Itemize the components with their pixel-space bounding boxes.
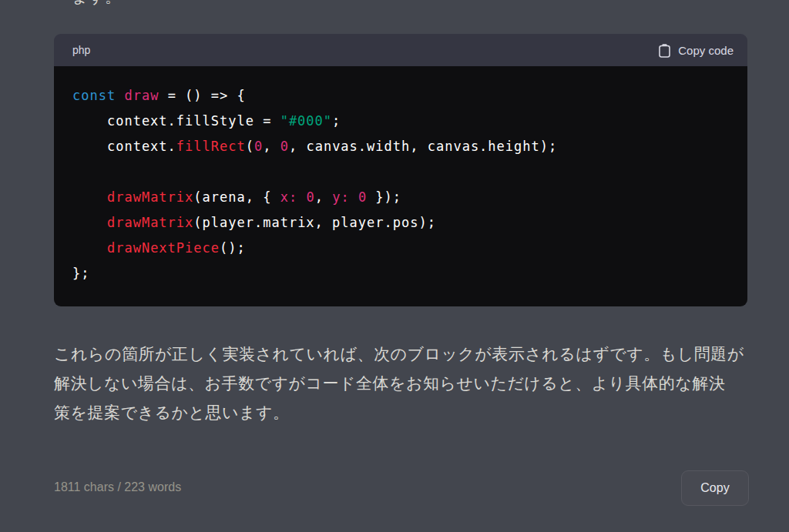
code-token xyxy=(72,215,107,230)
code-line: context.fillStyle = "#000"; xyxy=(72,109,729,134)
paragraph-line: これらの箇所が正しく実装されていれば、次のブロックが表示されるはずです。もし問題… xyxy=(54,340,755,369)
char-word-counter: 1811 chars / 223 words xyxy=(54,480,181,494)
page: ます。 php Copy code const draw = () => { c… xyxy=(0,0,789,532)
code-token: 0 xyxy=(306,189,314,205)
code-line: }; xyxy=(72,261,729,286)
code-token xyxy=(297,189,306,205)
copy-button-label: Copy xyxy=(700,481,729,495)
code-token: (player.matrix, player.pos); xyxy=(193,215,436,230)
code-token: ( xyxy=(246,139,254,154)
code-token: , xyxy=(263,139,280,154)
code-line: drawNextPiece(); xyxy=(72,236,729,261)
code-token: drawMatrix xyxy=(107,189,193,205)
code-token: = () => { xyxy=(159,88,245,103)
copy-code-button[interactable]: Copy code xyxy=(658,43,734,58)
code-token: 0 xyxy=(280,139,289,154)
paragraph-line: 策を提案できるかと思います。 xyxy=(54,398,755,427)
code-token xyxy=(72,240,107,256)
code-token: , xyxy=(315,189,332,205)
code-token: const xyxy=(72,88,116,103)
code-token xyxy=(350,189,358,205)
code-block-header: php Copy code xyxy=(54,34,747,66)
code-token: drawMatrix xyxy=(107,215,193,230)
code-token xyxy=(116,88,124,103)
code-line: const draw = () => { xyxy=(72,83,729,109)
code-content: const draw = () => { context.fillStyle =… xyxy=(72,83,729,286)
code-token: y: xyxy=(332,189,349,205)
code-token xyxy=(72,189,107,205)
code-token: fillRect xyxy=(176,139,246,154)
paragraph-line: 解決しない場合は、お手数ですがコード全体をお知らせいただけると、より具体的な解決 xyxy=(54,369,755,398)
clipboard-icon xyxy=(658,43,671,58)
code-token: (); xyxy=(220,240,246,256)
assistant-message-paragraph: これらの箇所が正しく実装されていれば、次のブロックが表示されるはずです。もし問題… xyxy=(54,340,755,427)
code-token: ; xyxy=(332,113,341,129)
code-token: context. xyxy=(72,139,176,154)
code-language-label: php xyxy=(72,44,90,56)
copy-code-label: Copy code xyxy=(678,44,734,57)
code-token: }); xyxy=(367,189,401,205)
code-token: draw xyxy=(124,88,159,103)
code-line: context.fillRect(0, 0, canvas.width, can… xyxy=(72,134,729,159)
code-token: drawNextPiece xyxy=(107,240,220,256)
code-token: "#000" xyxy=(280,113,332,129)
code-token: }; xyxy=(72,266,89,281)
code-token: (arena, { xyxy=(193,189,280,205)
code-line: drawMatrix(arena, { x: 0, y: 0 }); xyxy=(72,185,729,210)
code-line xyxy=(72,159,729,185)
code-token: 0 xyxy=(254,139,263,154)
code-token: 0 xyxy=(358,189,367,205)
code-token: x: xyxy=(280,189,297,205)
clipped-previous-line-text: ます。 xyxy=(72,0,121,7)
code-line: drawMatrix(player.matrix, player.pos); xyxy=(72,210,729,236)
code-token: context.fillStyle = xyxy=(72,113,280,129)
copy-button[interactable]: Copy xyxy=(681,470,749,506)
code-block-body: const draw = () => { context.fillStyle =… xyxy=(54,66,747,306)
code-token: , canvas.width, canvas.height); xyxy=(289,139,557,154)
code-block: php Copy code const draw = () => { conte… xyxy=(54,34,747,306)
clipped-previous-line: ます。 xyxy=(72,0,121,7)
